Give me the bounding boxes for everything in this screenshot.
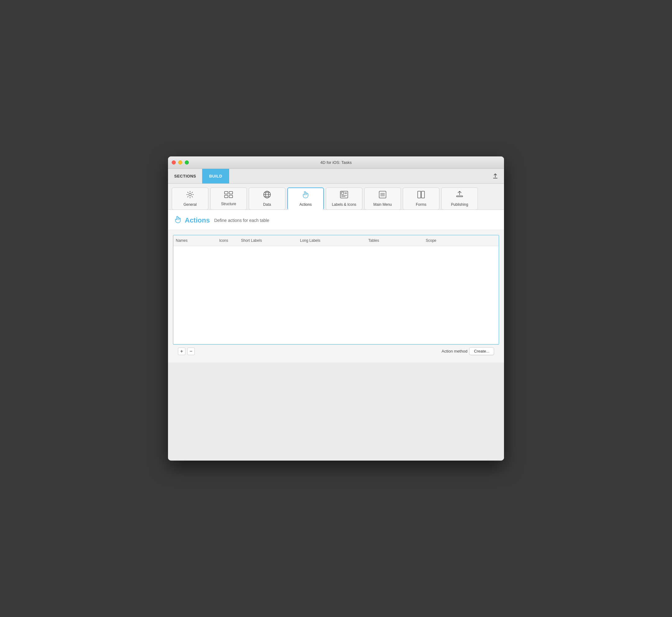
svg-rect-5 bbox=[229, 195, 232, 198]
publish-icon bbox=[456, 191, 464, 201]
minimize-button[interactable] bbox=[178, 161, 182, 165]
forms-icon bbox=[417, 191, 425, 201]
action-method-label: Action method bbox=[442, 349, 467, 354]
tab-data-label: Data bbox=[263, 202, 271, 207]
content-area: Actions Define actions for each table Na… bbox=[168, 210, 504, 363]
tab-mainmenu-label: Main Menu bbox=[373, 202, 391, 207]
labels-icon bbox=[340, 191, 348, 201]
svg-rect-21 bbox=[418, 191, 421, 198]
table-header: Names Icons Short Labels Long Labels Tab… bbox=[173, 235, 499, 246]
tab-mainmenu[interactable]: Main Menu bbox=[364, 187, 401, 210]
tab-structure-label: Structure bbox=[221, 202, 236, 206]
add-button[interactable]: + bbox=[178, 348, 185, 355]
page-title: Actions bbox=[185, 216, 210, 224]
upload-button[interactable] bbox=[489, 170, 502, 183]
tab-publishing-label: Publishing bbox=[451, 202, 468, 207]
tab-general[interactable]: General bbox=[172, 187, 208, 210]
structure-icon bbox=[224, 191, 233, 200]
tab-labels[interactable]: Labels & Icons bbox=[326, 187, 362, 210]
data-icon bbox=[263, 191, 271, 201]
tab-publishing[interactable]: Publishing bbox=[441, 187, 478, 210]
upload-icon bbox=[492, 173, 498, 179]
app-window: 4D for iOS: Tasks SECTIONS BUILD General bbox=[168, 157, 504, 460]
col-header-icons: Icons bbox=[217, 237, 238, 244]
sections-label: SECTIONS bbox=[168, 169, 202, 183]
nav-tabs: General Structure bbox=[168, 184, 504, 210]
tab-actions[interactable]: Actions bbox=[287, 187, 324, 210]
page-subtitle: Define actions for each table bbox=[214, 218, 269, 223]
svg-rect-23 bbox=[457, 196, 463, 197]
empty-area bbox=[168, 363, 504, 460]
build-button[interactable]: BUILD bbox=[202, 169, 229, 183]
page-header: Actions Define actions for each table bbox=[168, 210, 504, 230]
col-header-long: Long Labels bbox=[298, 237, 366, 244]
table-body bbox=[173, 246, 499, 344]
svg-rect-0 bbox=[493, 178, 497, 179]
titlebar: 4D for iOS: Tasks bbox=[168, 157, 504, 169]
svg-rect-4 bbox=[229, 192, 232, 194]
menu-icon bbox=[378, 191, 387, 201]
create-button[interactable]: Create... bbox=[469, 347, 494, 355]
svg-rect-2 bbox=[224, 192, 228, 194]
tab-forms[interactable]: Forms bbox=[403, 187, 440, 210]
col-header-names: Names bbox=[173, 237, 217, 244]
window-title: 4D for iOS: Tasks bbox=[321, 160, 352, 165]
col-header-scope: Scope bbox=[423, 237, 499, 244]
svg-point-1 bbox=[189, 193, 191, 196]
col-header-short: Short Labels bbox=[238, 237, 298, 244]
tab-forms-label: Forms bbox=[416, 202, 427, 207]
tab-general-label: General bbox=[183, 202, 197, 207]
svg-rect-22 bbox=[422, 191, 425, 198]
tab-labels-label: Labels & Icons bbox=[332, 202, 356, 207]
page-header-icon bbox=[174, 215, 182, 225]
window-controls bbox=[172, 161, 189, 165]
svg-rect-12 bbox=[341, 192, 344, 194]
data-table: Names Icons Short Labels Long Labels Tab… bbox=[173, 235, 499, 345]
svg-rect-3 bbox=[224, 195, 228, 198]
table-container: Names Icons Short Labels Long Labels Tab… bbox=[168, 230, 504, 363]
close-button[interactable] bbox=[172, 161, 176, 165]
bottom-bar: + − Action method Create... bbox=[173, 345, 499, 358]
tab-structure[interactable]: Structure bbox=[210, 187, 247, 210]
top-toolbar: SECTIONS BUILD bbox=[168, 169, 504, 184]
gear-icon bbox=[186, 191, 194, 201]
col-header-tables: Tables bbox=[366, 237, 423, 244]
remove-button[interactable]: − bbox=[187, 348, 195, 355]
maximize-button[interactable] bbox=[185, 161, 189, 165]
tab-actions-label: Actions bbox=[299, 202, 312, 207]
tab-data[interactable]: Data bbox=[249, 187, 285, 210]
hand-icon bbox=[302, 191, 309, 201]
